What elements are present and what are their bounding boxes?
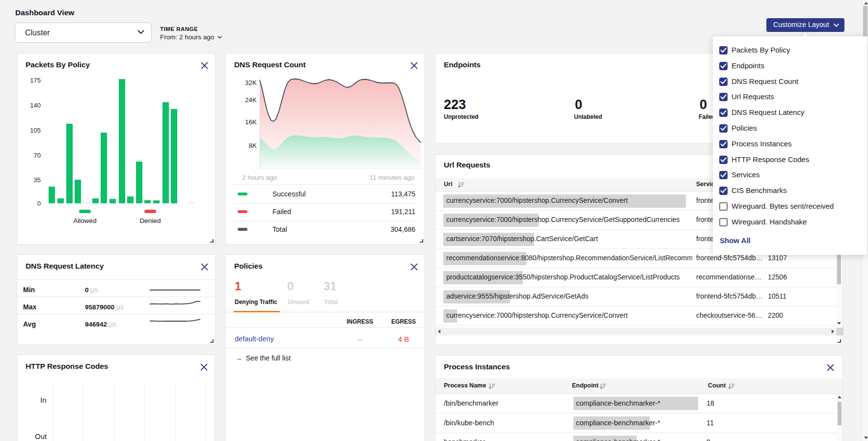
svg-text:8K: 8K [248,142,257,149]
svg-text:140: 140 [30,102,41,109]
svg-text:11 minutes ago: 11 minutes ago [370,174,414,181]
svg-text:Successful: Successful [272,190,306,198]
svg-text:Total: Total [272,225,287,233]
svg-text:Denied: Denied [140,217,161,224]
svg-text:2 hours ago: 2 hours ago [242,174,277,181]
svg-text:Allowed: Allowed [73,217,96,224]
svg-text:24K: 24K [245,96,257,104]
svg-text:105: 105 [30,127,41,134]
svg-text:70: 70 [34,152,41,159]
svg-text:16K: 16K [245,118,257,126]
svg-text:175: 175 [30,77,41,84]
svg-text:35: 35 [34,176,41,184]
svg-text:32K: 32K [245,79,257,86]
svg-text:304,686: 304,686 [390,225,415,233]
svg-text:Failed: Failed [272,208,291,216]
svg-text:0: 0 [37,200,41,207]
svg-text:191,211: 191,211 [391,208,415,216]
svg-text:113,475: 113,475 [391,190,415,198]
